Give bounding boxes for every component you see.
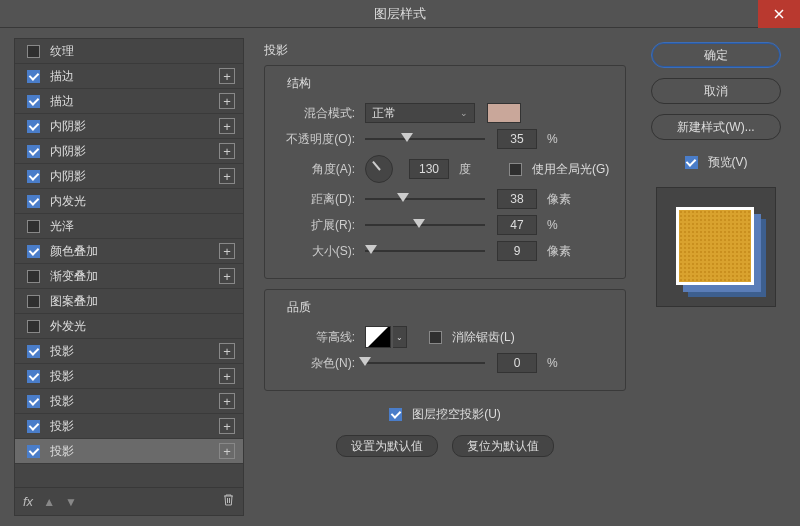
spread-slider[interactable] bbox=[365, 215, 485, 235]
add-effect-icon[interactable]: + bbox=[219, 418, 235, 434]
effect-checkbox[interactable] bbox=[27, 95, 40, 108]
opacity-slider[interactable] bbox=[365, 129, 485, 149]
preview-label: 预览(V) bbox=[708, 154, 748, 171]
add-effect-icon[interactable]: + bbox=[219, 343, 235, 359]
spread-unit: % bbox=[547, 218, 577, 232]
effect-row[interactable]: 颜色叠加+ bbox=[15, 239, 243, 264]
add-effect-icon[interactable]: + bbox=[219, 443, 235, 459]
effect-row[interactable]: 描边+ bbox=[15, 89, 243, 114]
panel-title: 投影 bbox=[264, 42, 626, 59]
noise-input[interactable]: 0 bbox=[497, 353, 537, 373]
new-style-button[interactable]: 新建样式(W)... bbox=[651, 114, 781, 140]
blend-mode-select[interactable]: 正常⌄ bbox=[365, 103, 475, 123]
antialias-label: 消除锯齿(L) bbox=[452, 329, 515, 346]
effect-checkbox[interactable] bbox=[27, 420, 40, 433]
effect-checkbox[interactable] bbox=[27, 345, 40, 358]
add-effect-icon[interactable]: + bbox=[219, 68, 235, 84]
effect-checkbox[interactable] bbox=[27, 270, 40, 283]
effect-row[interactable]: 描边+ bbox=[15, 64, 243, 89]
effect-label: 内阴影 bbox=[50, 118, 219, 135]
effect-checkbox[interactable] bbox=[27, 295, 40, 308]
effects-panel: 纹理描边+描边+内阴影+内阴影+内阴影+内发光光泽颜色叠加+渐变叠加+图案叠加外… bbox=[14, 38, 244, 516]
effect-checkbox[interactable] bbox=[27, 220, 40, 233]
effect-checkbox[interactable] bbox=[27, 320, 40, 333]
effect-checkbox[interactable] bbox=[27, 445, 40, 458]
effect-checkbox[interactable] bbox=[27, 145, 40, 158]
ok-button[interactable]: 确定 bbox=[651, 42, 781, 68]
angle-label: 角度(A): bbox=[279, 161, 359, 178]
preview-thumbnail bbox=[676, 207, 756, 287]
antialias-checkbox[interactable] bbox=[429, 331, 442, 344]
add-effect-icon[interactable]: + bbox=[219, 168, 235, 184]
shadow-color-swatch[interactable] bbox=[487, 103, 521, 123]
size-slider[interactable] bbox=[365, 241, 485, 261]
effect-checkbox[interactable] bbox=[27, 45, 40, 58]
dialog-body: 纹理描边+描边+内阴影+内阴影+内阴影+内发光光泽颜色叠加+渐变叠加+图案叠加外… bbox=[0, 28, 800, 526]
move-down-icon[interactable]: ▼ bbox=[65, 495, 77, 509]
add-effect-icon[interactable]: + bbox=[219, 93, 235, 109]
distance-input[interactable]: 38 bbox=[497, 189, 537, 209]
effect-row[interactable]: 投影+ bbox=[15, 339, 243, 364]
contour-picker[interactable] bbox=[365, 326, 391, 348]
effect-row[interactable]: 内发光 bbox=[15, 189, 243, 214]
add-effect-icon[interactable]: + bbox=[219, 143, 235, 159]
effect-label: 描边 bbox=[50, 93, 219, 110]
effect-row[interactable]: 投影+ bbox=[15, 364, 243, 389]
quality-group: 品质 等高线: ⌄ 消除锯齿(L) 杂色(N): 0 % bbox=[264, 289, 626, 391]
close-button[interactable] bbox=[758, 0, 800, 28]
knockout-checkbox[interactable] bbox=[389, 408, 402, 421]
effect-row[interactable]: 光泽 bbox=[15, 214, 243, 239]
reset-default-button[interactable]: 复位为默认值 bbox=[452, 435, 554, 457]
effect-checkbox[interactable] bbox=[27, 395, 40, 408]
add-effect-icon[interactable]: + bbox=[219, 368, 235, 384]
noise-label: 杂色(N): bbox=[279, 355, 359, 372]
effect-checkbox[interactable] bbox=[27, 70, 40, 83]
blend-mode-label: 混合模式: bbox=[279, 105, 359, 122]
add-effect-icon[interactable]: + bbox=[219, 268, 235, 284]
effect-row[interactable]: 投影+ bbox=[15, 389, 243, 414]
effect-checkbox[interactable] bbox=[27, 245, 40, 258]
preview-checkbox[interactable] bbox=[685, 156, 698, 169]
right-panel: 确定 取消 新建样式(W)... 预览(V) bbox=[646, 38, 786, 516]
add-effect-icon[interactable]: + bbox=[219, 393, 235, 409]
effect-row[interactable]: 投影+ bbox=[15, 439, 243, 464]
effect-row[interactable]: 内阴影+ bbox=[15, 114, 243, 139]
distance-slider[interactable] bbox=[365, 189, 485, 209]
effect-label: 投影 bbox=[50, 443, 219, 460]
trash-icon[interactable] bbox=[222, 493, 235, 510]
add-effect-icon[interactable]: + bbox=[219, 118, 235, 134]
effect-row[interactable]: 内阴影+ bbox=[15, 164, 243, 189]
effect-row[interactable]: 外发光 bbox=[15, 314, 243, 339]
size-unit: 像素 bbox=[547, 243, 577, 260]
effect-row[interactable]: 投影+ bbox=[15, 414, 243, 439]
close-icon bbox=[774, 9, 784, 19]
effect-label: 内阴影 bbox=[50, 143, 219, 160]
effect-row[interactable]: 渐变叠加+ bbox=[15, 264, 243, 289]
effect-checkbox[interactable] bbox=[27, 195, 40, 208]
spread-label: 扩展(R): bbox=[279, 217, 359, 234]
spread-input[interactable]: 47 bbox=[497, 215, 537, 235]
make-default-button[interactable]: 设置为默认值 bbox=[336, 435, 438, 457]
opacity-input[interactable]: 35 bbox=[497, 129, 537, 149]
size-input[interactable]: 9 bbox=[497, 241, 537, 261]
fx-icon[interactable]: fx bbox=[23, 494, 33, 509]
effect-label: 投影 bbox=[50, 343, 219, 360]
effect-row[interactable]: 图案叠加 bbox=[15, 289, 243, 314]
effect-label: 图案叠加 bbox=[50, 293, 235, 310]
opacity-unit: % bbox=[547, 132, 577, 146]
cancel-button[interactable]: 取消 bbox=[651, 78, 781, 104]
preview-box bbox=[656, 187, 776, 307]
global-light-checkbox[interactable] bbox=[509, 163, 522, 176]
move-up-icon[interactable]: ▲ bbox=[43, 495, 55, 509]
effect-checkbox[interactable] bbox=[27, 120, 40, 133]
contour-chevron-icon[interactable]: ⌄ bbox=[393, 326, 407, 348]
add-effect-icon[interactable]: + bbox=[219, 243, 235, 259]
effect-row[interactable]: 纹理 bbox=[15, 39, 243, 64]
effect-checkbox[interactable] bbox=[27, 370, 40, 383]
effect-row[interactable]: 内阴影+ bbox=[15, 139, 243, 164]
quality-legend: 品质 bbox=[283, 299, 315, 316]
noise-slider[interactable] bbox=[365, 353, 485, 373]
effect-checkbox[interactable] bbox=[27, 170, 40, 183]
angle-input[interactable]: 130 bbox=[409, 159, 449, 179]
angle-dial[interactable] bbox=[365, 155, 393, 183]
